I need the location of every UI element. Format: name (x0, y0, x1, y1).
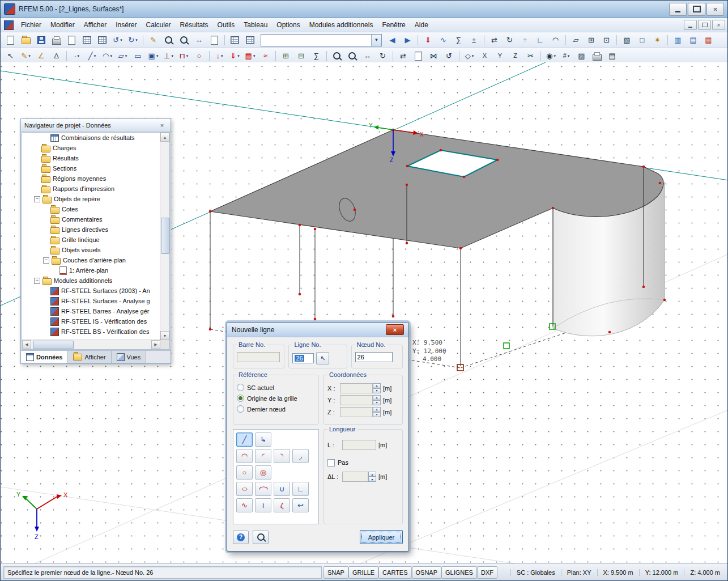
report-view-button[interactable] (95, 33, 109, 47)
help-button[interactable]: ? (233, 531, 249, 544)
radio-origine-de-la-grille[interactable]: Origine de la grille (237, 393, 315, 404)
copy-entities-button[interactable] (411, 49, 425, 63)
close-button[interactable]: × (706, 3, 724, 16)
spin-up-icon[interactable]: ▴ (373, 383, 381, 388)
nodal-load-button[interactable]: ↓▾ (212, 49, 227, 63)
new-node-button[interactable]: ∙▾ (70, 49, 84, 63)
open-file-button[interactable] (19, 33, 33, 47)
menu-tableau[interactable]: Tableau (239, 20, 272, 30)
tree-rf-steel-bs[interactable]: RF-STEEL BS - Vérification des (22, 326, 160, 337)
navigator-toggle-button[interactable] (243, 33, 257, 47)
tool-bezier-button[interactable]: ≀ (255, 498, 271, 512)
tool-arc-radius-button[interactable]: ◝ (274, 449, 290, 463)
tool-polyline-button[interactable]: ↳ (255, 432, 271, 447)
redo-button[interactable]: ↻▾ (126, 33, 140, 47)
scroll-left-icon[interactable]: ◀ (22, 340, 31, 349)
spin-up-icon[interactable]: ▴ (368, 472, 376, 477)
mirror-entities-button[interactable]: ⋈ (427, 49, 441, 63)
rotate-entities-button[interactable]: ↺ (442, 49, 456, 63)
tree-regions-moyennes[interactable]: Régions moyennes (22, 173, 160, 184)
zoom-in-button[interactable] (161, 33, 176, 47)
tree-rf-steel-surfaces-2003[interactable]: RF-STEEL Surfaces (2003) - An (22, 286, 160, 296)
horizontal-scroll-thumb[interactable] (33, 341, 74, 349)
surface-load-button[interactable]: ▦▾ (243, 49, 257, 63)
delta-l-input[interactable] (342, 472, 368, 482)
zoom-window-button[interactable] (177, 33, 191, 47)
tree-resultats[interactable]: Résultats (22, 153, 160, 163)
edit-line-button[interactable]: ✎▾ (19, 49, 33, 63)
line-support-button[interactable]: ⊓▾ (177, 49, 191, 63)
tab-afficher[interactable]: Afficher (68, 351, 111, 363)
pan-view-button[interactable]: ↔ (360, 49, 374, 63)
ligne-no-input[interactable]: 26 (292, 353, 314, 363)
load-case-combo[interactable]: ▼ (261, 34, 382, 46)
details-button[interactable] (253, 531, 269, 544)
toggle-grille[interactable]: GRILLE (348, 566, 378, 579)
length-input[interactable] (342, 440, 376, 450)
clipboard-button[interactable] (207, 33, 222, 47)
tree-grille-lineique[interactable]: Grille linéique (22, 235, 160, 245)
radio-sc-actuel[interactable]: SC actuel (237, 382, 315, 393)
print-button[interactable] (49, 33, 63, 47)
spin-down-icon[interactable]: ▾ (373, 388, 381, 393)
tool-arc-center-button[interactable]: ◜ (255, 449, 271, 463)
report-button[interactable]: ▤ (605, 49, 619, 63)
toggle-cartes[interactable]: CARTES (378, 566, 411, 579)
navigator-close-icon[interactable]: × (157, 120, 167, 130)
scroll-up-icon[interactable]: ▲ (160, 133, 169, 142)
navigator-panel-button[interactable]: ▥ (671, 33, 685, 47)
imperfection-button[interactable]: ≈ (258, 49, 273, 63)
menu-fichier[interactable]: Fichier (16, 20, 46, 30)
menu-calculer[interactable]: Calculer (142, 20, 176, 30)
spin-down-icon[interactable]: ▾ (373, 400, 381, 405)
menu-modules-additionnels[interactable]: Modules additionnels (305, 20, 378, 30)
menu-resultats[interactable]: Résultats (176, 20, 213, 30)
tree-commentaires[interactable]: Commentaires (22, 214, 160, 224)
minimize-button[interactable] (669, 3, 687, 16)
round-corner-button[interactable]: ◠ (548, 33, 563, 47)
max-min-values-button[interactable]: ± (467, 33, 481, 47)
mdi-restore-button[interactable] (698, 20, 711, 30)
dialog-title-bar[interactable]: Nouvelle ligne × (227, 323, 408, 337)
member-hinge-button[interactable]: ○ (192, 49, 206, 63)
toggle-osnap[interactable]: OSNAP (412, 566, 442, 579)
tree-sections[interactable]: Sections (22, 163, 160, 173)
pan-view-button[interactable]: ↔ (192, 33, 206, 47)
tree-expander[interactable]: − (34, 196, 40, 202)
tree-modules-additionnels[interactable]: − Modules additionnels (22, 275, 160, 286)
coordinate-input[interactable] (340, 383, 373, 393)
view-in-x-button[interactable]: X (478, 49, 492, 63)
tool-ellipse-arc-button[interactable]: ◠ (255, 482, 271, 496)
tab-donnees[interactable]: Données (21, 351, 68, 363)
view-in-z-button[interactable]: Z (508, 49, 522, 63)
tool-circle-button[interactable]: ○ (236, 465, 253, 480)
tree-rapports-impression[interactable]: Rapports d'impression (22, 184, 160, 194)
tree-rf-steel-is[interactable]: RF-STEEL IS - Vérification des (22, 316, 160, 326)
tab-vues[interactable]: Vues (112, 351, 147, 363)
table-view-button[interactable] (80, 33, 94, 47)
line-load-button[interactable]: ⇓▾ (228, 49, 242, 63)
view-in-y-button[interactable]: Y (493, 49, 507, 63)
spin-down-icon[interactable]: ▾ (368, 477, 376, 482)
generate-mesh-button[interactable]: ⊞ (279, 49, 293, 63)
noeud-no-input[interactable]: 26 (355, 352, 393, 362)
copy-button[interactable] (65, 33, 79, 47)
calculate-button[interactable]: ∑ (309, 49, 323, 63)
tree-couches-arriere-plan[interactable]: − Couches d'arrière-plan (22, 255, 160, 265)
new-solid-button[interactable]: ▣▾ (146, 49, 160, 63)
show-loads-button[interactable]: ⇓ (421, 33, 435, 47)
new-opening-button[interactable]: ▭ (131, 49, 145, 63)
move-entities-button[interactable]: ⇄ (396, 49, 410, 63)
select-pointer-button[interactable]: ↖ (3, 49, 18, 63)
scroll-down-icon[interactable]: ▼ (160, 331, 169, 340)
edit-pencil-button[interactable]: ✎ (146, 33, 160, 47)
display-properties-button[interactable]: ▨ (574, 49, 589, 63)
tool-trajectory-button[interactable]: ↩ (292, 498, 309, 512)
guideline-button[interactable]: ∠ (34, 49, 48, 63)
menu-aide[interactable]: Aide (410, 20, 433, 30)
vertical-scrollbar[interactable]: ▲ ▼ (160, 133, 169, 340)
menu-afficher[interactable]: Afficher (79, 20, 111, 30)
tree-rf-steel-barres[interactable]: RF-STEEL Barres - Analyse gér (22, 306, 160, 316)
barre-no-input[interactable] (237, 352, 280, 362)
previous-load-case-button[interactable]: ◀ (385, 33, 399, 47)
